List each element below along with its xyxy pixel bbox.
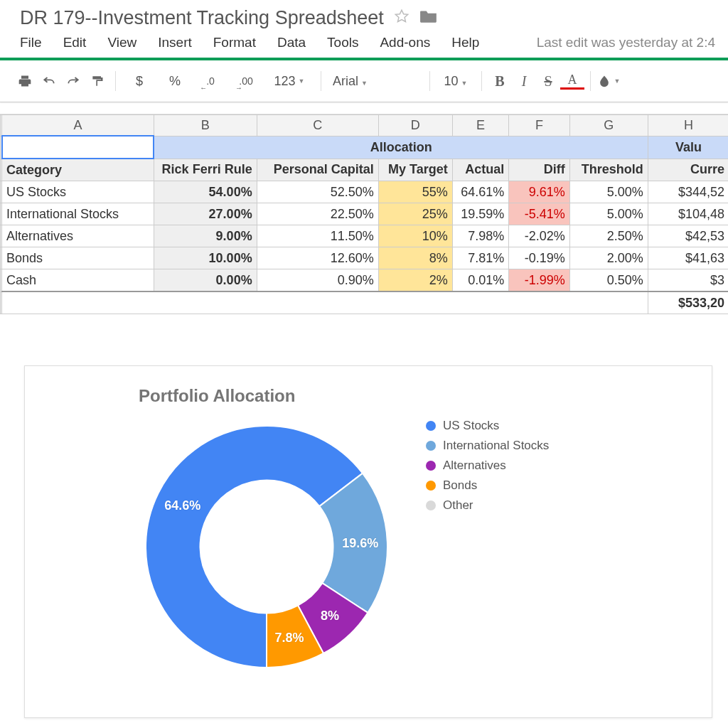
paint-format-icon[interactable] [85,69,109,93]
header-target[interactable]: My Target [378,159,452,181]
cell-empty[interactable] [2,291,648,314]
font-family-select[interactable]: Arial [327,74,424,89]
cell-diff[interactable]: -1.99% [509,269,570,292]
table-row[interactable]: US Stocks 54.00% 52.50% 55% 64.61% 9.61%… [1,181,729,203]
cell-value[interactable]: $3 [648,269,728,292]
increase-decimal-button[interactable]: .00→ [228,69,264,93]
menu-insert[interactable]: Insert [158,35,192,50]
spreadsheet-grid[interactable]: A B C D E F G H Allocation Valu Category… [0,114,728,314]
redo-icon[interactable] [61,69,85,93]
cell-rick[interactable]: 10.00% [154,247,257,269]
more-formats-button[interactable]: 123 [264,69,315,93]
cell-category[interactable]: US Stocks [2,181,154,203]
cell-personal[interactable]: 12.60% [257,247,378,269]
text-color-button[interactable]: A [560,73,584,90]
cell-actual[interactable]: 0.01% [452,269,508,292]
cell-diff[interactable]: 9.61% [509,181,570,203]
print-icon[interactable] [13,69,37,93]
cell-threshold[interactable]: 2.00% [569,247,648,269]
formula-bar[interactable] [0,102,728,114]
cell-threshold[interactable]: 2.50% [569,225,648,247]
cell-category[interactable]: International Stocks [2,203,154,225]
cell-category[interactable]: Alternatives [2,225,154,247]
undo-icon[interactable] [37,69,61,93]
bold-button[interactable]: B [488,69,512,93]
cell-value[interactable]: $41,63 [648,247,728,269]
header-threshold[interactable]: Threshold [569,159,648,181]
table-row[interactable]: International Stocks 27.00% 22.50% 25% 1… [1,203,729,225]
cell-threshold[interactable]: 0.50% [569,269,648,292]
header-rick[interactable]: Rick Ferri Rule [154,159,257,181]
percent-button[interactable]: % [157,69,193,93]
header-diff[interactable]: Diff [509,159,570,181]
cell-target[interactable]: 10% [378,225,452,247]
header-category[interactable]: Category [2,159,154,181]
header-value[interactable]: Valu [648,136,728,159]
star-icon[interactable] [394,7,410,29]
cell-actual[interactable]: 7.81% [452,247,508,269]
currency-button[interactable]: $ [122,69,157,93]
cell-diff[interactable]: -0.19% [509,247,570,269]
col-G[interactable]: G [569,115,648,136]
cell-diff[interactable]: -5.41% [509,203,570,225]
col-E[interactable]: E [452,115,508,136]
menu-addons[interactable]: Add-ons [380,35,430,50]
header-current[interactable]: Curre [648,159,728,181]
cell-target[interactable]: 2% [378,269,452,292]
cell-rick[interactable]: 9.00% [154,225,257,247]
cell-personal[interactable]: 22.50% [257,203,378,225]
cell-threshold[interactable]: 5.00% [569,203,648,225]
col-H[interactable]: H [648,115,728,136]
cell-personal[interactable]: 52.50% [257,181,378,203]
fill-color-button[interactable] [596,69,621,93]
cell-actual[interactable]: 7.98% [452,225,508,247]
cell-target[interactable]: 25% [378,203,452,225]
header-personal[interactable]: Personal Capital [257,159,378,181]
table-row[interactable]: Cash 0.00% 0.90% 2% 0.01% -1.99% 0.50% $… [1,269,729,292]
italic-button[interactable]: I [512,69,536,93]
col-C[interactable]: C [257,115,378,136]
cell-total[interactable]: $533,20 [648,291,728,314]
cell-A1[interactable] [2,136,154,159]
menu-edit[interactable]: Edit [63,35,87,50]
cell-actual[interactable]: 19.59% [452,203,508,225]
cell-target[interactable]: 55% [378,181,452,203]
header-actual[interactable]: Actual [452,159,508,181]
table-row[interactable]: Bonds 10.00% 12.60% 8% 7.81% -0.19% 2.00… [1,247,729,269]
cell-category[interactable]: Cash [2,269,154,292]
cell-threshold[interactable]: 5.00% [569,181,648,203]
menu-file[interactable]: File [20,35,42,50]
col-D[interactable]: D [378,115,452,136]
cell-value[interactable]: $42,53 [648,225,728,247]
col-F[interactable]: F [509,115,570,136]
table-row[interactable]: Alternatives 9.00% 11.50% 10% 7.98% -2.0… [1,225,729,247]
col-A[interactable]: A [2,115,154,136]
folder-icon[interactable] [419,7,438,29]
doc-title[interactable]: DR 179--Investment Tracking Spreadsheet [20,7,384,29]
cell-target[interactable]: 8% [378,247,452,269]
cell-personal[interactable]: 0.90% [257,269,378,292]
menu-data[interactable]: Data [277,35,306,50]
cell-value[interactable]: $344,52 [648,181,728,203]
menu-view[interactable]: View [107,35,136,50]
chart-container[interactable]: Portfolio Allocation 64.6%19.6%8%7.8% US… [24,365,712,718]
cell-value[interactable]: $104,48 [648,203,728,225]
last-edit-text[interactable]: Last edit was yesterday at 2:4 [537,35,715,50]
font-size-select[interactable]: 10 [436,74,476,89]
cell-diff[interactable]: -2.02% [509,225,570,247]
cell-personal[interactable]: 11.50% [257,225,378,247]
header-allocation[interactable]: Allocation [154,136,648,159]
cell-category[interactable]: Bonds [2,247,154,269]
decrease-decimal-button[interactable]: .0← [193,69,228,93]
legend-swatch [426,441,436,451]
column-header-row[interactable]: A B C D E F G H [1,115,729,136]
strikethrough-button[interactable]: S [536,69,560,93]
col-B[interactable]: B [154,115,257,136]
menu-format[interactable]: Format [213,35,256,50]
cell-rick[interactable]: 0.00% [154,269,257,292]
menu-help[interactable]: Help [451,35,479,50]
cell-rick[interactable]: 54.00% [154,181,257,203]
cell-rick[interactable]: 27.00% [154,203,257,225]
menu-tools[interactable]: Tools [327,35,358,50]
cell-actual[interactable]: 64.61% [452,181,508,203]
